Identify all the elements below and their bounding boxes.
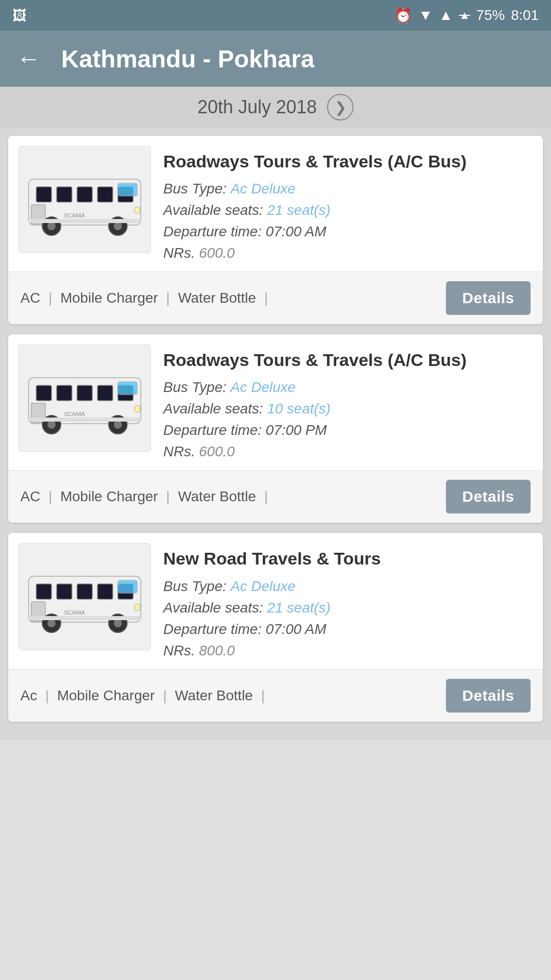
amenity-charger-3: Mobile Charger xyxy=(57,688,155,704)
svg-rect-32 xyxy=(57,584,72,599)
seats-row-3: Available seats: 21 seat(s) xyxy=(163,600,533,616)
page-title: Kathmandu - Pokhara xyxy=(61,45,314,73)
card-body-1: SCANIA Roadways Tours & Travels (A/C Bus… xyxy=(8,136,543,272)
bus-type-label-2: Bus Type: xyxy=(163,379,227,395)
card-info-1: Roadways Tours & Travels (A/C Bus) Bus T… xyxy=(163,146,533,261)
details-button-3[interactable]: Details xyxy=(446,679,531,713)
svg-text:SCANIA: SCANIA xyxy=(64,609,86,616)
seats-value-1: 21 seat(s) xyxy=(267,202,331,218)
bus-image-3: SCANIA xyxy=(18,543,151,650)
status-bar-left: 🖼 xyxy=(12,7,27,24)
next-date-button[interactable]: ❯ xyxy=(327,94,354,120)
price-label-1: NRs. xyxy=(163,245,195,261)
svg-rect-2 xyxy=(57,187,72,202)
svg-rect-36 xyxy=(118,580,137,593)
svg-point-39 xyxy=(47,619,56,627)
operator-name-1: Roadways Tours & Travels (A/C Bus) xyxy=(163,150,533,173)
seats-value-2: 10 seat(s) xyxy=(267,401,331,416)
bus-image-1: SCANIA xyxy=(18,146,151,253)
amenity-charger-2: Mobile Charger xyxy=(60,488,158,505)
operator-name-3: New Road Travels & Tours xyxy=(163,547,533,570)
departure-value-2: 07:00 PM xyxy=(266,422,327,438)
bus-type-row-2: Bus Type: Ac Deluxe xyxy=(163,379,533,396)
card-body-3: SCANIA New Road Travels & Tours Bus Type… xyxy=(8,533,543,669)
svg-rect-28 xyxy=(135,406,140,412)
bus-type-value-2: Ac Deluxe xyxy=(231,379,296,395)
svg-rect-27 xyxy=(29,418,141,422)
date-bar: 20th July 2018 ❯ xyxy=(0,87,551,128)
amenity-ac-1: AC xyxy=(20,290,40,306)
price-value-3: 800.0 xyxy=(199,643,235,658)
amenity-water-2: Water Bottle xyxy=(178,488,256,505)
amenities-list-3: Ac | Mobile Charger | Water Bottle | xyxy=(20,688,446,704)
status-bar: 🖼 ⏰ ▼ ▲ ▲ 75% 8:01 xyxy=(0,0,551,31)
amenities-bar-1: AC | Mobile Charger | Water Bottle | Det… xyxy=(8,272,543,324)
bus-card-1: SCANIA Roadways Tours & Travels (A/C Bus… xyxy=(8,136,543,324)
back-button[interactable]: ← xyxy=(16,46,41,71)
bus-type-label-1: Bus Type: xyxy=(163,181,227,197)
price-value-2: 600.0 xyxy=(199,444,235,459)
bus-card-2: SCANIA Roadways Tours & Travels (A/C Bus… xyxy=(8,334,543,523)
departure-label-3: Departure time: xyxy=(163,621,262,637)
status-bar-right: ⏰ ▼ ▲ ▲ 75% 8:01 xyxy=(394,7,539,24)
svg-rect-4 xyxy=(97,187,113,202)
svg-point-41 xyxy=(114,619,122,627)
svg-rect-3 xyxy=(77,187,92,202)
svg-rect-33 xyxy=(77,584,92,599)
svg-text:SCANIA: SCANIA xyxy=(64,411,86,417)
sep-2-1: | xyxy=(166,290,170,306)
price-row-2: NRs. 600.0 xyxy=(163,444,533,460)
card-info-2: Roadways Tours & Travels (A/C Bus) Bus T… xyxy=(163,345,533,460)
departure-row-2: Departure time: 07:00 PM xyxy=(163,422,533,438)
svg-rect-18 xyxy=(77,385,92,401)
seats-label-2: Available seats: xyxy=(163,401,263,416)
bus-type-value-1: Ac Deluxe xyxy=(231,181,296,197)
svg-point-9 xyxy=(47,222,56,230)
sep-2-3: | xyxy=(163,688,166,704)
amenity-ac-3: Ac xyxy=(20,688,37,704)
amenities-list-1: AC | Mobile Charger | Water Bottle | xyxy=(20,290,446,306)
signal2-icon: ▲ xyxy=(459,9,470,22)
sep-2-2: | xyxy=(166,488,170,505)
amenity-water-3: Water Bottle xyxy=(175,688,253,704)
departure-value-3: 07:00 AM xyxy=(266,621,327,637)
svg-point-11 xyxy=(114,222,122,230)
card-body-2: SCANIA Roadways Tours & Travels (A/C Bus… xyxy=(8,334,543,470)
wifi-icon: ▼ xyxy=(418,7,433,23)
battery-text: 75% xyxy=(476,7,505,23)
details-button-1[interactable]: Details xyxy=(446,281,531,315)
svg-rect-21 xyxy=(118,382,137,395)
bus-type-row-3: Bus Type: Ac Deluxe xyxy=(163,578,533,595)
amenities-list-2: AC | Mobile Charger | Water Bottle | xyxy=(20,488,446,505)
departure-label-1: Departure time: xyxy=(163,224,262,239)
seats-label-3: Available seats: xyxy=(163,600,263,616)
amenity-ac-2: AC xyxy=(20,488,40,505)
price-value-1: 600.0 xyxy=(199,245,235,261)
departure-value-1: 07:00 AM xyxy=(266,224,327,239)
alarm-icon: ⏰ xyxy=(394,7,412,24)
amenities-bar-2: AC | Mobile Charger | Water Bottle | Det… xyxy=(8,470,543,523)
sep-3-1: | xyxy=(264,290,268,306)
seats-value-3: 21 seat(s) xyxy=(267,600,331,616)
sep-1-1: | xyxy=(48,290,52,306)
photo-icon: 🖼 xyxy=(12,7,27,24)
departure-row-3: Departure time: 07:00 AM xyxy=(163,621,533,638)
card-info-3: New Road Travels & Tours Bus Type: Ac De… xyxy=(163,543,533,658)
bus-type-value-3: Ac Deluxe xyxy=(231,578,296,594)
sep-1-3: | xyxy=(45,688,49,704)
svg-point-26 xyxy=(114,421,122,429)
time-text: 8:01 xyxy=(511,7,539,23)
svg-rect-42 xyxy=(29,616,141,620)
details-button-2[interactable]: Details xyxy=(446,480,531,513)
departure-row-1: Departure time: 07:00 AM xyxy=(163,224,533,240)
svg-rect-19 xyxy=(97,385,113,401)
svg-text:SCANIA: SCANIA xyxy=(64,212,86,218)
operator-name-2: Roadways Tours & Travels (A/C Bus) xyxy=(163,349,533,371)
sep-1-2: | xyxy=(48,488,52,505)
price-label-3: NRs. xyxy=(163,643,195,658)
seats-row-2: Available seats: 10 seat(s) xyxy=(163,401,533,417)
bus-image-2: SCANIA xyxy=(18,345,151,452)
date-text: 20th July 2018 xyxy=(197,96,317,118)
signal-icon: ▲ xyxy=(439,7,453,23)
header: ← Kathmandu - Pokhara xyxy=(0,31,551,87)
